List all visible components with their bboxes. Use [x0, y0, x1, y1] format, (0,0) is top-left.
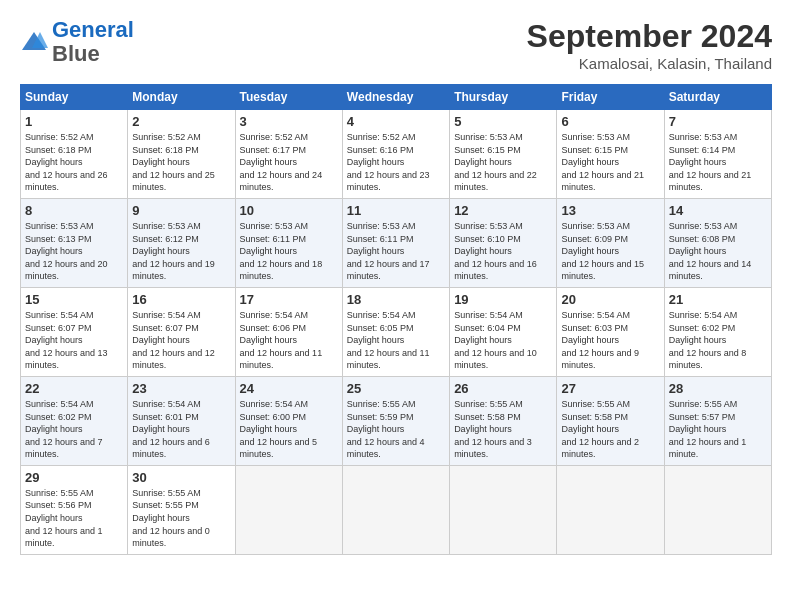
table-row: 18Sunrise: 5:54 AMSunset: 6:05 PMDayligh… — [342, 287, 449, 376]
day-number: 18 — [347, 292, 445, 307]
table-row: 11Sunrise: 5:53 AMSunset: 6:11 PMDayligh… — [342, 198, 449, 287]
cell-info: Sunrise: 5:53 AMSunset: 6:12 PMDaylight … — [132, 221, 215, 281]
table-row: 10Sunrise: 5:53 AMSunset: 6:11 PMDayligh… — [235, 198, 342, 287]
day-number: 30 — [132, 470, 230, 485]
col-saturday: Saturday — [664, 85, 771, 110]
cell-info: Sunrise: 5:53 AMSunset: 6:13 PMDaylight … — [25, 221, 108, 281]
day-number: 4 — [347, 114, 445, 129]
calendar-week-row: 29Sunrise: 5:55 AMSunset: 5:56 PMDayligh… — [21, 465, 772, 554]
day-number: 23 — [132, 381, 230, 396]
table-row: 9Sunrise: 5:53 AMSunset: 6:12 PMDaylight… — [128, 198, 235, 287]
table-row: 19Sunrise: 5:54 AMSunset: 6:04 PMDayligh… — [450, 287, 557, 376]
day-number: 10 — [240, 203, 338, 218]
day-number: 14 — [669, 203, 767, 218]
day-number: 27 — [561, 381, 659, 396]
day-number: 8 — [25, 203, 123, 218]
cell-info: Sunrise: 5:53 AMSunset: 6:11 PMDaylight … — [240, 221, 323, 281]
calendar-week-row: 8Sunrise: 5:53 AMSunset: 6:13 PMDaylight… — [21, 198, 772, 287]
cell-info: Sunrise: 5:54 AMSunset: 6:01 PMDaylight … — [132, 399, 210, 459]
day-number: 26 — [454, 381, 552, 396]
cell-info: Sunrise: 5:53 AMSunset: 6:10 PMDaylight … — [454, 221, 537, 281]
cell-info: Sunrise: 5:55 AMSunset: 5:55 PMDaylight … — [132, 488, 210, 548]
day-number: 9 — [132, 203, 230, 218]
table-row: 6Sunrise: 5:53 AMSunset: 6:15 PMDaylight… — [557, 110, 664, 199]
calendar-week-row: 22Sunrise: 5:54 AMSunset: 6:02 PMDayligh… — [21, 376, 772, 465]
month-title: September 2024 — [527, 18, 772, 55]
page: GeneralBlue September 2024 Kamalosai, Ka… — [0, 0, 792, 565]
day-number: 2 — [132, 114, 230, 129]
calendar-week-row: 1Sunrise: 5:52 AMSunset: 6:18 PMDaylight… — [21, 110, 772, 199]
day-number: 25 — [347, 381, 445, 396]
day-number: 11 — [347, 203, 445, 218]
table-row: 5Sunrise: 5:53 AMSunset: 6:15 PMDaylight… — [450, 110, 557, 199]
cell-info: Sunrise: 5:52 AMSunset: 6:16 PMDaylight … — [347, 132, 430, 192]
table-row: 20Sunrise: 5:54 AMSunset: 6:03 PMDayligh… — [557, 287, 664, 376]
col-sunday: Sunday — [21, 85, 128, 110]
col-tuesday: Tuesday — [235, 85, 342, 110]
table-row: 13Sunrise: 5:53 AMSunset: 6:09 PMDayligh… — [557, 198, 664, 287]
calendar-table: Sunday Monday Tuesday Wednesday Thursday… — [20, 84, 772, 555]
cell-info: Sunrise: 5:53 AMSunset: 6:09 PMDaylight … — [561, 221, 644, 281]
day-number: 24 — [240, 381, 338, 396]
header: GeneralBlue September 2024 Kamalosai, Ka… — [20, 18, 772, 72]
cell-info: Sunrise: 5:54 AMSunset: 6:02 PMDaylight … — [25, 399, 103, 459]
table-row: 23Sunrise: 5:54 AMSunset: 6:01 PMDayligh… — [128, 376, 235, 465]
day-number: 1 — [25, 114, 123, 129]
cell-info: Sunrise: 5:52 AMSunset: 6:17 PMDaylight … — [240, 132, 323, 192]
cell-info: Sunrise: 5:55 AMSunset: 5:58 PMDaylight … — [561, 399, 639, 459]
title-block: September 2024 Kamalosai, Kalasin, Thail… — [527, 18, 772, 72]
col-thursday: Thursday — [450, 85, 557, 110]
col-wednesday: Wednesday — [342, 85, 449, 110]
location-subtitle: Kamalosai, Kalasin, Thailand — [527, 55, 772, 72]
day-number: 21 — [669, 292, 767, 307]
cell-info: Sunrise: 5:52 AMSunset: 6:18 PMDaylight … — [25, 132, 108, 192]
cell-info: Sunrise: 5:55 AMSunset: 5:58 PMDaylight … — [454, 399, 532, 459]
table-row: 2Sunrise: 5:52 AMSunset: 6:18 PMDaylight… — [128, 110, 235, 199]
day-number: 17 — [240, 292, 338, 307]
cell-info: Sunrise: 5:53 AMSunset: 6:14 PMDaylight … — [669, 132, 752, 192]
table-row — [557, 465, 664, 554]
cell-info: Sunrise: 5:54 AMSunset: 6:00 PMDaylight … — [240, 399, 318, 459]
cell-info: Sunrise: 5:53 AMSunset: 6:11 PMDaylight … — [347, 221, 430, 281]
table-row: 14Sunrise: 5:53 AMSunset: 6:08 PMDayligh… — [664, 198, 771, 287]
logo-text: GeneralBlue — [52, 18, 134, 66]
day-number: 29 — [25, 470, 123, 485]
day-number: 6 — [561, 114, 659, 129]
day-number: 5 — [454, 114, 552, 129]
cell-info: Sunrise: 5:54 AMSunset: 6:05 PMDaylight … — [347, 310, 430, 370]
table-row: 3Sunrise: 5:52 AMSunset: 6:17 PMDaylight… — [235, 110, 342, 199]
table-row: 24Sunrise: 5:54 AMSunset: 6:00 PMDayligh… — [235, 376, 342, 465]
cell-info: Sunrise: 5:54 AMSunset: 6:02 PMDaylight … — [669, 310, 747, 370]
table-row: 15Sunrise: 5:54 AMSunset: 6:07 PMDayligh… — [21, 287, 128, 376]
table-row: 8Sunrise: 5:53 AMSunset: 6:13 PMDaylight… — [21, 198, 128, 287]
cell-info: Sunrise: 5:55 AMSunset: 5:56 PMDaylight … — [25, 488, 103, 548]
day-number: 20 — [561, 292, 659, 307]
cell-info: Sunrise: 5:55 AMSunset: 5:57 PMDaylight … — [669, 399, 747, 459]
calendar-week-row: 15Sunrise: 5:54 AMSunset: 6:07 PMDayligh… — [21, 287, 772, 376]
cell-info: Sunrise: 5:55 AMSunset: 5:59 PMDaylight … — [347, 399, 425, 459]
day-number: 3 — [240, 114, 338, 129]
day-number: 16 — [132, 292, 230, 307]
table-row: 21Sunrise: 5:54 AMSunset: 6:02 PMDayligh… — [664, 287, 771, 376]
table-row: 30Sunrise: 5:55 AMSunset: 5:55 PMDayligh… — [128, 465, 235, 554]
table-row — [342, 465, 449, 554]
table-row: 28Sunrise: 5:55 AMSunset: 5:57 PMDayligh… — [664, 376, 771, 465]
col-friday: Friday — [557, 85, 664, 110]
day-number: 19 — [454, 292, 552, 307]
table-row: 26Sunrise: 5:55 AMSunset: 5:58 PMDayligh… — [450, 376, 557, 465]
table-row: 7Sunrise: 5:53 AMSunset: 6:14 PMDaylight… — [664, 110, 771, 199]
table-row — [235, 465, 342, 554]
header-row: Sunday Monday Tuesday Wednesday Thursday… — [21, 85, 772, 110]
table-row: 1Sunrise: 5:52 AMSunset: 6:18 PMDaylight… — [21, 110, 128, 199]
logo-icon — [20, 28, 48, 56]
cell-info: Sunrise: 5:52 AMSunset: 6:18 PMDaylight … — [132, 132, 215, 192]
day-number: 15 — [25, 292, 123, 307]
cell-info: Sunrise: 5:53 AMSunset: 6:15 PMDaylight … — [561, 132, 644, 192]
cell-info: Sunrise: 5:54 AMSunset: 6:07 PMDaylight … — [25, 310, 108, 370]
cell-info: Sunrise: 5:54 AMSunset: 6:04 PMDaylight … — [454, 310, 537, 370]
table-row — [450, 465, 557, 554]
cell-info: Sunrise: 5:54 AMSunset: 6:06 PMDaylight … — [240, 310, 323, 370]
table-row: 16Sunrise: 5:54 AMSunset: 6:07 PMDayligh… — [128, 287, 235, 376]
day-number: 13 — [561, 203, 659, 218]
cell-info: Sunrise: 5:54 AMSunset: 6:03 PMDaylight … — [561, 310, 639, 370]
